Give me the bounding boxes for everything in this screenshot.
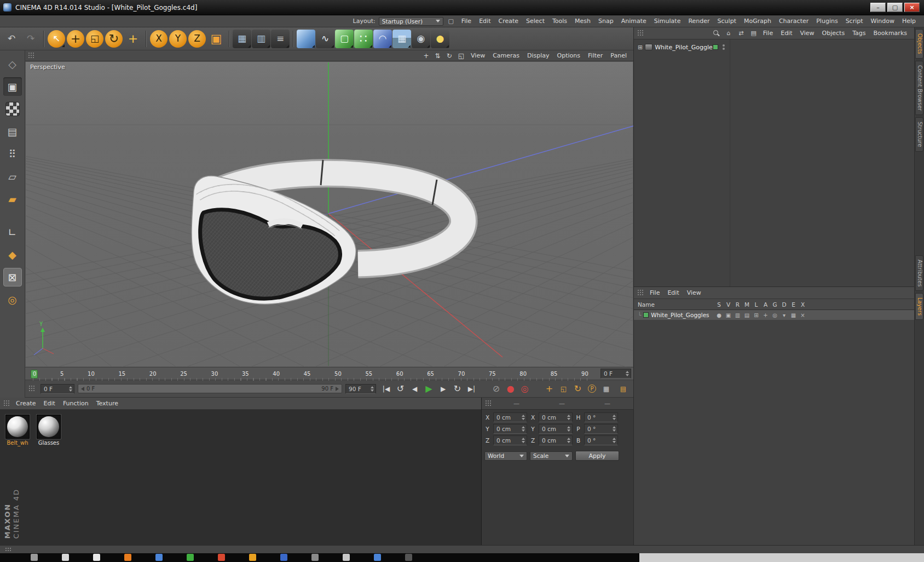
layer-column-header[interactable]: X xyxy=(798,301,807,308)
menu-item[interactable]: Simulate xyxy=(650,16,685,26)
menu-item[interactable]: View xyxy=(683,288,705,297)
layer-tag-icon[interactable]: ▥ xyxy=(733,312,742,318)
add-deformer-icon[interactable]: ◠ xyxy=(373,30,392,48)
model-mode-icon[interactable]: ▣ xyxy=(3,77,22,96)
menu-item[interactable]: Edit xyxy=(40,399,59,408)
record-position-icon[interactable]: + xyxy=(542,382,556,395)
material-thumbnail[interactable] xyxy=(5,415,30,439)
goto-end-button[interactable]: ▶| xyxy=(465,382,478,395)
coords-column-header[interactable]: — xyxy=(585,400,630,407)
menu-item[interactable]: Filter xyxy=(584,51,607,60)
taskbar-item[interactable] xyxy=(218,554,225,561)
layer-column-header[interactable]: M xyxy=(742,301,752,308)
max-frame-field[interactable]: 0 F xyxy=(600,369,631,379)
material-item[interactable]: Glasses xyxy=(35,415,62,446)
last-tool-icon[interactable]: + xyxy=(124,30,142,48)
menu-item[interactable]: Script xyxy=(842,16,867,26)
menu-item[interactable]: Plugins xyxy=(812,16,841,26)
spinner-icon[interactable] xyxy=(567,438,570,443)
spinner-icon[interactable] xyxy=(613,438,616,443)
live-selection-icon[interactable]: ↖ xyxy=(48,30,65,48)
menu-item[interactable]: File xyxy=(646,288,663,297)
spinner-icon[interactable] xyxy=(522,415,525,420)
previous-frame-button[interactable]: ◀ xyxy=(408,382,421,395)
layer-column-header[interactable]: S xyxy=(714,301,724,308)
coords-scale-select[interactable]: Scale xyxy=(530,451,573,461)
layer-tag-icon[interactable]: ▤ xyxy=(742,312,752,318)
scale-tool-icon[interactable]: ◱ xyxy=(86,30,103,48)
snap-settings-icon[interactable]: ◎ xyxy=(3,290,22,309)
search-icon[interactable] xyxy=(712,29,720,38)
layer-column-header[interactable]: A xyxy=(761,301,770,308)
range-end-handle[interactable] xyxy=(336,387,339,391)
layer-name-column[interactable]: Name xyxy=(638,301,714,308)
record-rotation-icon[interactable]: ↻ xyxy=(571,382,585,395)
layer-column-header[interactable]: G xyxy=(770,301,779,308)
menu-item[interactable]: Create xyxy=(494,16,522,26)
render-settings-icon[interactable]: ≡ xyxy=(271,30,290,48)
taskbar-item[interactable] xyxy=(374,554,381,561)
layout-select[interactable]: Startup (User) xyxy=(379,17,443,26)
menu-item[interactable]: Edit xyxy=(475,16,494,26)
material-item[interactable]: Belt_wh xyxy=(4,415,31,446)
taskbar-item[interactable] xyxy=(31,554,38,561)
coords-column-header[interactable]: — xyxy=(539,400,585,407)
coords-column-header[interactable]: — xyxy=(494,400,539,407)
menu-item[interactable]: File xyxy=(458,16,475,26)
menu-item[interactable]: Window xyxy=(867,16,898,26)
panel-grip[interactable] xyxy=(28,52,34,59)
layer-row[interactable]: └ White_Pilot_Goggles ●▣▥▤⊞+◎▾▦× xyxy=(634,310,914,320)
record-keyframe-button[interactable]: ● xyxy=(504,382,517,395)
taskbar-item[interactable] xyxy=(93,554,100,561)
add-light-icon[interactable]: ● xyxy=(431,30,449,48)
layer-name[interactable]: White_Pilot_Goggles xyxy=(651,312,709,318)
size-field[interactable]: 0 cm xyxy=(539,435,573,445)
layer-tag-icon[interactable]: ◎ xyxy=(770,312,779,318)
taskbar-item[interactable] xyxy=(249,554,256,561)
workplane-mode-icon[interactable]: ▤ xyxy=(3,122,22,141)
layer-color-chip[interactable] xyxy=(643,312,649,318)
add-environment-icon[interactable]: ▦ xyxy=(392,30,411,48)
record-pla-icon[interactable]: ▦ xyxy=(599,382,613,395)
size-field[interactable]: 0 cm xyxy=(539,424,573,434)
minimize-button[interactable]: – xyxy=(870,3,886,12)
viewport-view-label[interactable]: Perspective xyxy=(30,64,65,71)
layer-color-chip[interactable] xyxy=(713,44,718,50)
record-parameter-icon[interactable]: P xyxy=(585,382,599,395)
menu-item[interactable]: Edit xyxy=(777,28,796,38)
menu-item[interactable]: Tags xyxy=(848,28,869,38)
enable-axis-icon[interactable]: ◆ xyxy=(3,245,22,264)
add-mograph-icon[interactable]: ∷ xyxy=(354,30,373,48)
menu-item[interactable]: Function xyxy=(59,399,93,408)
add-camera-icon[interactable]: ◉ xyxy=(412,30,430,48)
spinner-icon[interactable] xyxy=(371,386,374,392)
taskbar-item[interactable] xyxy=(155,554,163,561)
viewport-canvas[interactable]: Perspective Y xyxy=(25,61,633,367)
size-field[interactable]: 0 cm xyxy=(539,412,573,422)
expand-icon[interactable]: ⊞ xyxy=(638,44,643,51)
panel-grip[interactable] xyxy=(3,400,9,407)
panel-grip[interactable] xyxy=(637,289,643,296)
make-editable-icon[interactable]: ◇ xyxy=(3,55,22,73)
edges-mode-icon[interactable]: ▱ xyxy=(3,167,22,186)
spinner-icon[interactable] xyxy=(567,426,570,432)
add-spline-icon[interactable]: ∿ xyxy=(316,30,334,48)
lock-y-axis-icon[interactable]: Y xyxy=(169,30,187,48)
end-frame-field[interactable]: 90 F xyxy=(345,384,376,394)
menu-item[interactable]: Mesh xyxy=(571,16,594,26)
menu-item[interactable]: Render xyxy=(684,16,713,26)
position-field[interactable]: 0 cm xyxy=(493,412,527,422)
panel-grip[interactable] xyxy=(5,547,11,552)
taskbar-item[interactable] xyxy=(311,554,319,561)
rotation-field[interactable]: 0 ° xyxy=(584,412,618,422)
object-row[interactable]: ⊞ White_Pilot_Goggles xyxy=(634,42,914,52)
layer-tag-icon[interactable]: × xyxy=(798,312,807,318)
polygons-mode-icon[interactable]: ▰ xyxy=(3,190,22,208)
undo-icon[interactable]: ↶ xyxy=(2,30,21,48)
next-frame-button[interactable]: ▶ xyxy=(436,382,450,395)
taskbar-item[interactable] xyxy=(124,554,131,561)
preview-range-slider[interactable]: 0 F 90 F xyxy=(78,384,342,393)
menu-item[interactable]: View xyxy=(467,51,489,60)
lock-z-axis-icon[interactable]: Z xyxy=(188,30,206,48)
rotation-field[interactable]: 0 ° xyxy=(584,435,618,445)
